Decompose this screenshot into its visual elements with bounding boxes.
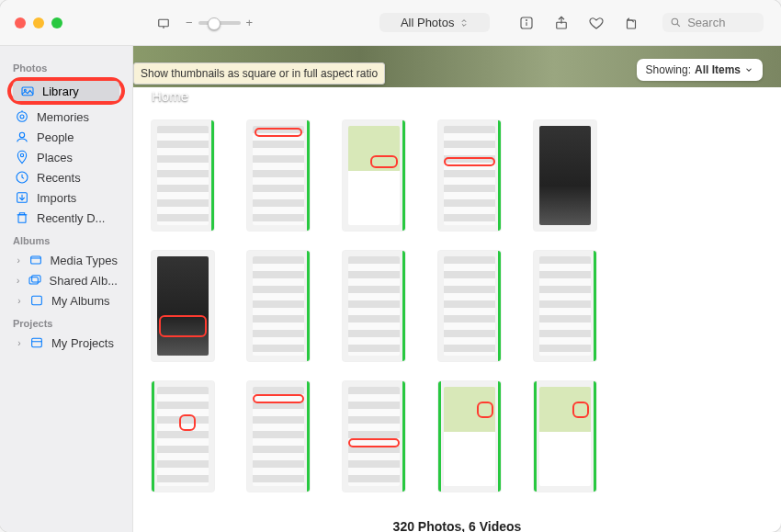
svg-rect-20 xyxy=(30,256,40,264)
sidebar-section-albums: Albums xyxy=(13,235,119,246)
svg-rect-24 xyxy=(32,338,42,346)
breadcrumb-home[interactable]: Home xyxy=(152,88,188,104)
photo-thumbnail[interactable] xyxy=(534,251,596,361)
aspect-ratio-toggle-icon[interactable] xyxy=(153,12,175,34)
chevron-right-icon: › xyxy=(15,338,24,348)
sidebar-item-label: Places xyxy=(37,151,73,164)
fullscreen-window-button[interactable] xyxy=(51,17,62,28)
search-field[interactable]: Search xyxy=(662,13,764,32)
sidebar-item-label: My Albums xyxy=(51,294,110,308)
minimize-window-button[interactable] xyxy=(33,17,44,28)
zoom-slider[interactable] xyxy=(198,21,241,25)
svg-rect-0 xyxy=(159,19,169,27)
thumbnail-grid[interactable]: 320 Photos, 6 Videos Updated Just Now xyxy=(133,87,781,532)
sidebar: Photos Library Memories People Places xyxy=(0,46,133,532)
sidebar-item-people[interactable]: People xyxy=(7,127,125,147)
filter-prefix: Showing: xyxy=(646,63,691,76)
sidebar-item-label: Shared Alb... xyxy=(50,274,118,288)
photo-thumbnail[interactable] xyxy=(438,381,501,492)
sidebar-item-label: Media Types xyxy=(51,254,118,267)
svg-point-15 xyxy=(20,153,23,156)
view-mode-label: All Photos xyxy=(401,16,455,29)
photo-thumbnail[interactable] xyxy=(343,120,405,231)
sidebar-item-library[interactable]: Library xyxy=(13,81,119,101)
people-icon xyxy=(15,130,29,144)
sidebar-item-media-types[interactable]: › Media Types xyxy=(7,250,125,270)
album-icon xyxy=(29,293,44,308)
sidebar-item-label: People xyxy=(37,130,74,144)
zoom-slider-group: − + xyxy=(186,16,253,29)
download-icon xyxy=(15,190,29,205)
sidebar-item-shared-albums[interactable]: › Shared Alb... xyxy=(7,270,125,290)
svg-rect-6 xyxy=(628,20,636,28)
photo-thumbnail[interactable] xyxy=(247,381,310,492)
sidebar-item-label: Imports xyxy=(37,191,76,205)
photo-thumbnail[interactable] xyxy=(534,381,596,492)
media-types-icon xyxy=(28,253,43,267)
photo-thumbnail[interactable] xyxy=(152,381,214,492)
projects-icon xyxy=(29,335,44,350)
svg-point-12 xyxy=(20,115,24,119)
chevron-right-icon: › xyxy=(15,296,24,306)
sidebar-item-imports[interactable]: Imports xyxy=(7,187,125,208)
photo-thumbnail[interactable] xyxy=(152,251,214,361)
svg-rect-19 xyxy=(18,215,26,223)
zoom-in-plus[interactable]: + xyxy=(246,16,254,29)
library-icon xyxy=(20,84,35,98)
window-controls xyxy=(15,17,62,28)
sidebar-item-label: Recents xyxy=(37,171,81,185)
thumbnail-row xyxy=(152,381,763,492)
svg-point-4 xyxy=(526,19,527,20)
svg-point-7 xyxy=(672,18,678,25)
close-window-button[interactable] xyxy=(15,17,26,28)
trash-icon xyxy=(15,210,29,225)
toolbar-actions xyxy=(515,12,642,34)
svg-rect-21 xyxy=(29,277,38,284)
view-mode-select[interactable]: All Photos xyxy=(379,13,490,32)
svg-line-8 xyxy=(677,24,680,27)
share-icon[interactable] xyxy=(550,12,572,34)
info-icon[interactable] xyxy=(515,12,538,34)
favorite-heart-icon[interactable] xyxy=(585,12,607,34)
photo-thumbnail[interactable] xyxy=(247,251,310,361)
search-placeholder: Search xyxy=(687,16,725,29)
sidebar-item-recently-deleted[interactable]: Recently D... xyxy=(7,208,125,228)
photo-thumbnail[interactable] xyxy=(343,381,405,492)
clock-icon xyxy=(15,170,29,185)
item-count: 320 Photos, 6 Videos xyxy=(152,519,763,532)
zoom-out-minus[interactable]: − xyxy=(186,16,193,29)
photo-thumbnail[interactable] xyxy=(247,120,310,231)
sidebar-item-memories[interactable]: Memories xyxy=(7,107,125,127)
sidebar-item-my-albums[interactable]: › My Albums xyxy=(7,290,125,311)
photo-thumbnail[interactable] xyxy=(438,251,501,361)
annotation-callout-library: Library xyxy=(7,77,125,105)
photo-thumbnail[interactable] xyxy=(534,120,596,231)
sidebar-item-label: Library xyxy=(42,85,79,98)
thumbnail-row xyxy=(152,120,763,231)
photo-thumbnail[interactable] xyxy=(343,251,405,361)
photo-thumbnail[interactable] xyxy=(152,120,214,231)
svg-rect-9 xyxy=(22,87,33,96)
sidebar-section-photos: Photos xyxy=(13,62,119,74)
photos-app-window: − + All Photos Search xyxy=(0,0,781,532)
photo-thumbnail[interactable] xyxy=(438,120,501,231)
toolbar: − + All Photos Search xyxy=(0,0,781,46)
chevron-right-icon: › xyxy=(15,276,22,286)
filter-value: All Items xyxy=(695,63,741,76)
memories-icon xyxy=(15,109,29,124)
svg-rect-23 xyxy=(32,296,42,304)
thumbnail-row xyxy=(152,251,763,361)
window-body: Photos Library Memories People Places xyxy=(0,46,781,532)
sidebar-item-my-projects[interactable]: › My Projects xyxy=(7,333,125,353)
sidebar-item-label: Memories xyxy=(37,110,89,124)
filter-showing-pill[interactable]: Showing: All Items xyxy=(637,59,763,81)
sidebar-item-recents[interactable]: Recents xyxy=(7,167,125,187)
shared-albums-icon xyxy=(28,273,42,288)
sidebar-item-label: My Projects xyxy=(51,336,114,350)
sidebar-item-places[interactable]: Places xyxy=(7,147,125,167)
main-content: Show thumbnails as square or in full asp… xyxy=(133,46,781,532)
chevron-right-icon: › xyxy=(15,255,23,266)
library-summary-footer: 320 Photos, 6 Videos Updated Just Now xyxy=(152,512,763,532)
rotate-icon[interactable] xyxy=(620,12,642,34)
aspect-ratio-tooltip: Show thumbnails as square or in full asp… xyxy=(133,62,385,85)
